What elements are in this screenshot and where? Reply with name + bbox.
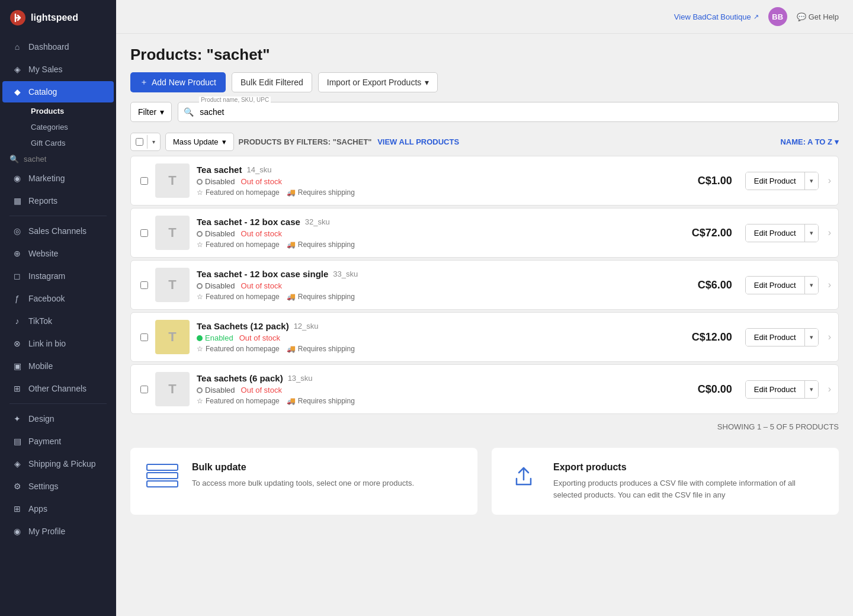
search-label: Product name, SKU, UPC bbox=[199, 97, 271, 103]
mass-update-button[interactable]: Mass Update ▾ bbox=[165, 133, 234, 151]
edit-product-button[interactable]: Edit Product bbox=[746, 329, 804, 346]
export-products-card: Export products Exporting products produ… bbox=[492, 448, 839, 515]
tiktok-icon: ♪ bbox=[12, 316, 23, 326]
sidebar-item-sales-channels[interactable]: ◎ Sales Channels bbox=[2, 220, 114, 242]
sidebar-label-sales-channels: Sales Channels bbox=[28, 226, 86, 236]
edit-dropdown-arrow[interactable]: ▾ bbox=[804, 381, 818, 398]
catalog-search: 🔍 sachet bbox=[0, 151, 116, 167]
edit-dropdown-arrow[interactable]: ▾ bbox=[804, 172, 818, 190]
edit-button-group: Edit Product ▾ bbox=[745, 328, 819, 346]
main-content: View BadCat Boutique ↗ BB 💬 Get Help Pro… bbox=[116, 0, 853, 616]
sidebar-sub-gift-cards[interactable]: Gift Cards bbox=[26, 135, 107, 151]
sidebar-item-payment[interactable]: ▤ Payment bbox=[2, 431, 114, 452]
sidebar-item-design[interactable]: ✦ Design bbox=[2, 408, 114, 429]
help-link[interactable]: 💬 Get Help bbox=[797, 12, 839, 21]
product-checkbox[interactable] bbox=[140, 333, 148, 341]
product-checkbox[interactable] bbox=[140, 386, 148, 393]
sidebar-sub-products[interactable]: Products bbox=[26, 103, 107, 119]
stock-label: Out of stock bbox=[239, 333, 280, 342]
edit-dropdown-arrow[interactable]: ▾ bbox=[804, 277, 818, 294]
stock-label: Out of stock bbox=[241, 177, 282, 186]
star-icon: ☆ bbox=[197, 345, 203, 353]
select-all-check[interactable] bbox=[136, 138, 143, 146]
sidebar-item-tiktok[interactable]: ♪ TikTok bbox=[2, 310, 114, 332]
edit-product-button[interactable]: Edit Product bbox=[746, 277, 804, 294]
search-box: 🔍 Product name, SKU, UPC bbox=[178, 102, 839, 122]
status-dot bbox=[197, 179, 203, 185]
sidebar-item-reports[interactable]: ▦ Reports bbox=[2, 190, 114, 211]
sidebar-item-website[interactable]: ⊕ Website bbox=[2, 243, 114, 264]
showing-label: SHOWING 1 – 5 OF 5 PRODUCTS bbox=[717, 422, 839, 431]
featured-label: Featured on homepage bbox=[206, 240, 280, 249]
sidebar-item-catalog[interactable]: ◆ Catalog bbox=[2, 81, 114, 102]
edit-dropdown-arrow[interactable]: ▾ bbox=[804, 329, 818, 346]
sidebar-sub-categories[interactable]: Categories bbox=[26, 119, 107, 135]
edit-product-button[interactable]: Edit Product bbox=[746, 381, 804, 398]
bulk-update-desc: To access more bulk updating tools, sele… bbox=[192, 477, 414, 489]
sort-button[interactable]: NAME: A TO Z ▾ bbox=[780, 137, 839, 146]
product-name: Tea sachet bbox=[197, 165, 242, 175]
sidebar-item-dashboard[interactable]: ⌂ Dashboard bbox=[2, 36, 114, 57]
logo[interactable]: lightspeed bbox=[0, 0, 116, 36]
shipping-icon: 🚚 bbox=[287, 293, 296, 301]
edit-dropdown-arrow[interactable]: ▾ bbox=[804, 224, 818, 242]
product-tags: ☆ Featured on homepage 🚚 Requires shippi… bbox=[197, 345, 685, 353]
sidebar-item-instagram[interactable]: ◻ Instagram bbox=[2, 265, 114, 287]
sidebar-label-payment: Payment bbox=[28, 437, 61, 446]
product-checkbox[interactable] bbox=[140, 281, 148, 289]
payment-icon: ▤ bbox=[12, 437, 23, 446]
product-price: C$6.00 bbox=[698, 279, 732, 291]
select-all-checkbox[interactable]: ▾ bbox=[130, 133, 161, 151]
product-name: Tea sachet - 12 box case single bbox=[197, 269, 328, 279]
featured-label: Featured on homepage bbox=[206, 293, 280, 301]
sidebar-item-my-sales[interactable]: ◈ My Sales bbox=[2, 59, 114, 80]
sidebar-item-marketing[interactable]: ◉ Marketing bbox=[2, 168, 114, 189]
help-label: Get Help bbox=[809, 12, 839, 21]
product-info: Tea sachet - 12 box case single 33_sku D… bbox=[197, 269, 691, 301]
row-expand-arrow[interactable]: › bbox=[828, 280, 831, 290]
sidebar-label-instagram: Instagram bbox=[28, 271, 65, 281]
chevron-down-icon: ▾ bbox=[425, 78, 429, 87]
product-tags: ☆ Featured on homepage 🚚 Requires shippi… bbox=[197, 240, 685, 249]
plus-icon: ＋ bbox=[140, 77, 148, 88]
shipping-icon: 🚚 bbox=[287, 345, 296, 353]
star-icon: ☆ bbox=[197, 188, 203, 197]
row-expand-arrow[interactable]: › bbox=[828, 175, 831, 186]
sidebar-item-mobile[interactable]: ▣ Mobile bbox=[2, 355, 114, 377]
sidebar-item-shipping[interactable]: ◈ Shipping & Pickup bbox=[2, 453, 114, 474]
edit-product-button[interactable]: Edit Product bbox=[746, 172, 804, 190]
sidebar-item-facebook[interactable]: ƒ Facebook bbox=[2, 288, 114, 309]
product-checkbox[interactable] bbox=[140, 229, 148, 237]
home-icon: ⌂ bbox=[12, 42, 23, 52]
shipping-icon: 🚚 bbox=[287, 240, 296, 249]
row-expand-arrow[interactable]: › bbox=[828, 332, 831, 342]
sidebar-item-apps[interactable]: ⊞ Apps bbox=[2, 498, 114, 519]
bulk-edit-button[interactable]: Bulk Edit Filtered bbox=[232, 72, 312, 92]
import-export-button[interactable]: Import or Export Products ▾ bbox=[318, 72, 438, 92]
search-input[interactable] bbox=[178, 102, 839, 122]
filter-button[interactable]: Filter ▾ bbox=[130, 102, 172, 122]
product-thumbnail: T bbox=[155, 268, 190, 302]
sidebar-item-my-profile[interactable]: ◉ My Profile bbox=[2, 521, 114, 542]
status-label: Disabled bbox=[205, 281, 235, 290]
checkbox-dropdown-arrow[interactable]: ▾ bbox=[147, 135, 160, 149]
store-link[interactable]: View BadCat Boutique ↗ bbox=[674, 12, 759, 21]
edit-button-group: Edit Product ▾ bbox=[745, 224, 819, 242]
view-all-link[interactable]: VIEW ALL PRODUCTS bbox=[377, 137, 459, 146]
avatar[interactable]: BB bbox=[768, 7, 787, 26]
edit-product-button[interactable]: Edit Product bbox=[746, 224, 804, 242]
product-checkbox[interactable] bbox=[140, 177, 148, 185]
add-product-button[interactable]: ＋ Add New Product bbox=[130, 72, 226, 92]
sidebar-label-reports: Reports bbox=[28, 196, 57, 206]
row-expand-arrow[interactable]: › bbox=[828, 384, 831, 394]
sidebar-item-link-in-bio[interactable]: ⊗ Link in bio bbox=[2, 333, 114, 354]
star-icon: ☆ bbox=[197, 397, 203, 405]
featured-tag: ☆ Featured on homepage bbox=[197, 188, 280, 197]
import-export-label: Import or Export Products bbox=[327, 78, 422, 87]
shipping-tag: 🚚 Requires shipping bbox=[287, 293, 355, 301]
status-dot bbox=[197, 387, 203, 393]
sidebar-item-other-channels[interactable]: ⊞ Other Channels bbox=[2, 378, 114, 399]
mass-update-chevron: ▾ bbox=[222, 137, 226, 146]
sidebar-item-settings[interactable]: ⚙ Settings bbox=[2, 476, 114, 497]
row-expand-arrow[interactable]: › bbox=[828, 227, 831, 238]
